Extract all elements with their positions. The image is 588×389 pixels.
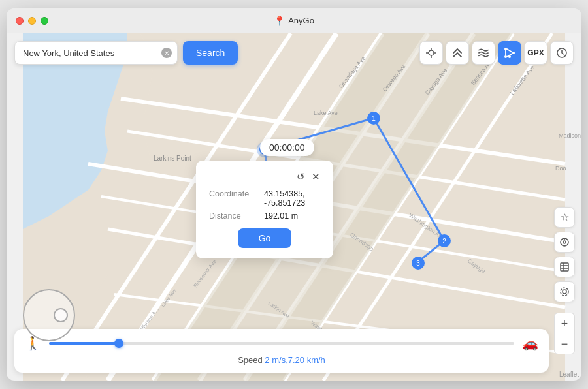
compass-button[interactable] (554, 232, 575, 253)
zoom-controls: + − (554, 313, 575, 354)
map-layers-button[interactable] (554, 257, 575, 277)
car-icon: 🚗 (522, 335, 538, 351)
zoom-in-button[interactable]: + (554, 313, 575, 334)
joystick-knob[interactable] (54, 308, 68, 322)
right-icons: ☆ (554, 207, 575, 302)
map-area[interactable]: Lafayette Ave Seneca Ave Cayuga Ave Oswe… (7, 33, 581, 381)
zoom-out-button[interactable]: − (554, 334, 575, 354)
svg-rect-63 (561, 263, 568, 271)
pin-icon: 📍 (274, 16, 285, 26)
clear-button[interactable]: ✕ (161, 48, 172, 58)
search-input[interactable] (23, 48, 161, 58)
speed-bar: 🚶 🚗 Speed 2 m/s,7.20 km/h (14, 329, 549, 373)
search-button[interactable]: Search (183, 41, 238, 65)
minimize-button[interactable] (28, 17, 36, 25)
titlebar: 📍 AnyGo (7, 8, 581, 33)
distance-label: Distance (209, 211, 256, 221)
undo-button[interactable]: ↺ (297, 171, 305, 183)
timer-badge: 00:00:00 (260, 139, 314, 156)
leaflet-attribution: Leaflet (559, 371, 579, 378)
go-button[interactable]: Go (238, 228, 292, 248)
clock-btn[interactable] (550, 41, 574, 65)
svg-text:Lake Ave: Lake Ave (314, 110, 338, 116)
svg-point-68 (561, 288, 568, 296)
svg-text:3: 3 (416, 260, 420, 267)
speed-text: Speed 2 m/s,7.20 km/h (25, 355, 538, 365)
speed-slider-fill (49, 342, 119, 345)
gpx-btn[interactable]: GPX (524, 41, 547, 65)
coordinate-value: 43.154385, -75.851723 (264, 189, 320, 208)
location-button[interactable] (554, 281, 575, 302)
speed-slider-track (49, 342, 514, 345)
traffic-lights (16, 17, 48, 25)
coordinate-row: Coordinate 43.154385, -75.851723 (209, 189, 320, 208)
star-button[interactable]: ☆ (554, 207, 575, 228)
app-name: AnyGo (288, 16, 314, 25)
speed-icons-row: 🚶 🚗 (25, 335, 538, 351)
close-button[interactable] (16, 17, 24, 25)
maximize-button[interactable] (41, 17, 48, 25)
multi-route-btn[interactable] (498, 41, 521, 65)
svg-point-60 (563, 241, 566, 243)
svg-text:1: 1 (372, 115, 376, 122)
joystick[interactable] (23, 289, 75, 341)
svg-point-49 (429, 50, 434, 55)
timer-value: 00:00:00 (269, 142, 305, 153)
crosshair-icon-btn[interactable] (419, 41, 443, 65)
svg-text:Larkins Point: Larkins Point (154, 155, 191, 162)
svg-text:Doo...: Doo... (555, 165, 571, 172)
popup-header: ↺ ✕ (209, 171, 320, 183)
waypoint-btn[interactable] (472, 41, 495, 65)
gpx-label: GPX (527, 48, 544, 57)
distance-row: Distance 192.01 m (209, 211, 320, 221)
toolbar-icons: GPX (419, 41, 574, 65)
close-popup-button[interactable]: ✕ (312, 171, 320, 183)
coordinate-label: Coordinate (209, 189, 256, 208)
route-popup: ↺ ✕ Coordinate 43.154385, -75.851723 Dis… (196, 161, 333, 258)
speed-slider-thumb[interactable] (114, 339, 123, 348)
svg-point-67 (563, 290, 566, 294)
speed-label: Speed (238, 355, 263, 365)
route-back-btn[interactable] (446, 41, 469, 65)
speed-slider-container[interactable] (49, 342, 514, 345)
distance-value: 192.01 m (264, 211, 298, 221)
svg-text:2: 2 (442, 238, 446, 245)
search-box[interactable]: ✕ (14, 41, 178, 65)
speed-value: 2 m/s,7.20 km/h (265, 355, 325, 365)
svg-text:Madison: Madison (559, 132, 581, 139)
main-content: Lafayette Ave Seneca Ave Cayuga Ave Oswe… (7, 33, 581, 381)
app-title: 📍 AnyGo (274, 16, 314, 26)
top-toolbar: ✕ Search (14, 41, 581, 65)
